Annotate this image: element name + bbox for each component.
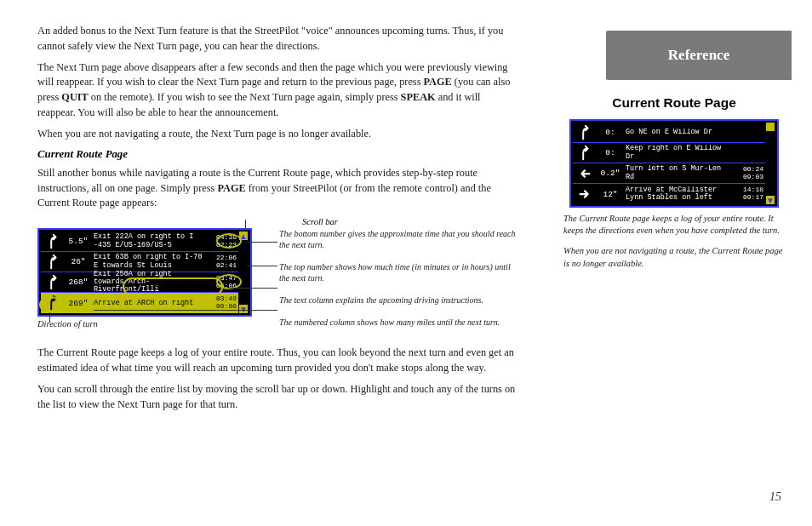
para-bonus-route: Still another bonus while navigating a r… [37,166,518,211]
instruction-text: Keep right on E Willow Dr [624,145,735,161]
callout-text-column: The text column explains the upcoming dr… [279,294,518,306]
gps-row: 0:Keep right on E Willow Dr [573,143,765,163]
distance-value: 26" [65,257,92,266]
gps-row: 0:Go NE on E Willow Dr [573,123,765,143]
callout-bottom-number: The bottom number gives the approximate … [279,228,518,250]
gps-row: 26"Exit 63B on right to I-70 E towards S… [41,252,238,272]
para-not-navigating: When you are not navigating a route, the… [37,127,518,142]
callout-line [247,242,277,243]
gps-row: 12"Arrive at McCallister Lynn Stables on… [573,184,765,204]
distance-value: 0: [597,148,624,157]
right-title: Current Route Page [557,95,792,111]
instruction-text: Turn left on S Mur-Len Rd [624,165,735,181]
instruction-text: Exit 250A on right towards Arch-Riverfro… [92,271,208,294]
turn-arrow-icon [41,253,65,272]
gps-screenshot-right: 0:Go NE on E Willow Dr0:Keep right on E … [569,119,779,208]
turn-arrow-icon [41,232,65,251]
time-values: 04:3502:23 [208,234,238,249]
gps-row: 5.5"Exit 222A on right to I -435 E/US-16… [41,232,238,252]
turn-arrow-icon [41,273,65,292]
para-disappears: The Next Turn page above disappears afte… [37,60,518,121]
turn-arrow-icon [573,123,597,142]
time-values: 22:0602:41 [208,254,238,270]
callout-line [245,220,246,228]
distance-value: 268" [65,277,92,287]
para-keeps-log: The Current Route page keeps a log of yo… [37,346,518,376]
direction-of-turn-label: Direction of turn [37,319,252,329]
caption-keeps-log: The Current Route page keeps a log of yo… [557,213,792,237]
distance-value: 0.2" [597,169,624,178]
page-number: 15 [769,490,781,504]
reference-band: Reference [606,31,792,80]
distance-value: 269" [65,299,92,308]
callout-numbered-column: The numbered column shows how many miles… [279,317,518,328]
callout-line [49,312,50,323]
gps-screenshot-left: 5.5"Exit 222A on right to I -435 E/US-16… [37,228,252,329]
scrollbar-label: Scroll bar [123,217,518,226]
scroll-thumb-icon [766,123,775,131]
left-figure: 5.5"Exit 222A on right to I -435 E/US-16… [37,228,518,339]
scroll-down-icon: ▼ [239,305,248,313]
distance-value: 5.5" [65,237,92,246]
callout-line [94,310,277,311]
turn-arrow-icon [573,144,597,163]
instruction-text: Arrive at McCallister Lynn Stables on le… [624,186,735,203]
time-values: 14:1809:17 [735,186,765,202]
instruction-text: Arrive at ARCH on right [92,300,208,307]
time-values [735,129,765,136]
gps-row: 0.2"Turn left on S Mur-Len Rd00:2409:03 [573,163,765,184]
callout-line [228,288,277,289]
scroll-up-icon: ▲ [239,232,248,240]
instruction-text: Exit 222A on right to I -435 E/US-169/US… [92,233,208,249]
turn-arrow-icon [573,185,597,203]
callout-top-number: The top number shows how much time (in m… [279,261,518,283]
gps-scrollbar: ▲ ▼ [238,232,249,313]
para-scroll: You can scroll through the entire list b… [37,382,518,413]
distance-value: 12" [597,190,624,199]
gps-row: 268"Exit 250A on right towards Arch-Rive… [41,272,238,293]
distance-value: 0: [597,128,624,137]
time-values: 00:2409:03 [735,166,765,181]
turn-arrow-icon [41,294,65,312]
para-bonus: An added bonus to the Next Turn feature … [37,24,518,54]
callouts: The bottom number gives the approximate … [279,228,518,339]
gps-scrollbar: ▼ [765,123,775,204]
instruction-text: Go NE on E Willow Dr [624,129,735,136]
instruction-text: Exit 63B on right to I-70 E towards St L… [92,254,208,270]
turn-arrow-icon [573,164,597,183]
callout-line [247,266,277,266]
scroll-down-icon: ▼ [766,196,775,204]
time-values [735,149,765,157]
time-values: 03:4906:08 [208,295,238,311]
subhead-current-route: Current Route Page [37,148,518,161]
caption-not-navigating: When you are not navigating a route, the… [557,245,792,269]
